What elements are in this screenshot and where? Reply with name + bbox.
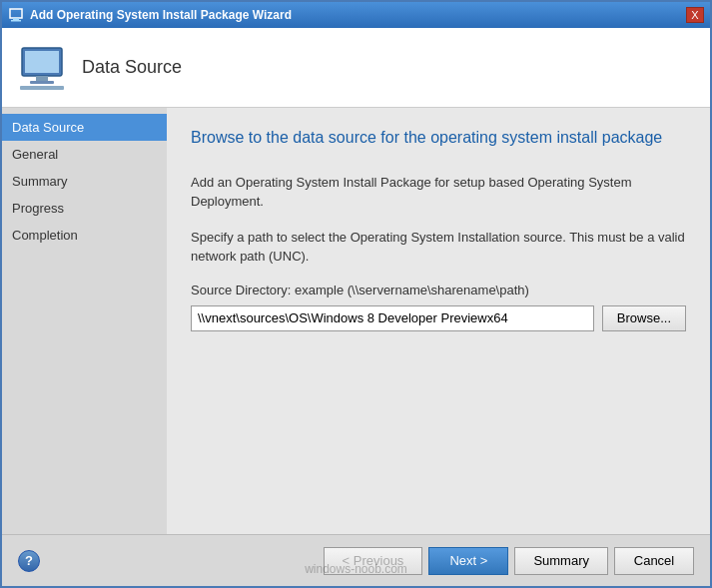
svg-rect-7 xyxy=(20,86,64,90)
sidebar: Data Source General Summary Progress Com… xyxy=(2,108,167,534)
browse-button[interactable]: Browse... xyxy=(602,305,686,331)
svg-rect-4 xyxy=(25,51,59,73)
cancel-button[interactable]: Cancel xyxy=(614,547,694,575)
sidebar-item-progress[interactable]: Progress xyxy=(2,195,167,222)
next-button[interactable]: Next > xyxy=(428,547,508,575)
sidebar-item-summary[interactable]: Summary xyxy=(2,168,167,195)
summary-button[interactable]: Summary xyxy=(514,547,608,575)
wizard-icon xyxy=(8,7,24,23)
footer-left: ? xyxy=(18,550,324,572)
previous-button[interactable]: < Previous xyxy=(324,547,423,575)
info-text-2: Specify a path to select the Operating S… xyxy=(191,228,686,267)
help-button[interactable]: ? xyxy=(18,550,40,572)
content-title: Browse to the data source for the operat… xyxy=(191,128,686,149)
content-inner: Browse to the data source for the operat… xyxy=(167,108,710,534)
sidebar-item-general[interactable]: General xyxy=(2,141,167,168)
footer-buttons: < Previous Next > Summary Cancel xyxy=(324,547,694,575)
wizard-window: Add Operating System Install Package Wiz… xyxy=(0,0,712,588)
source-directory-input[interactable] xyxy=(191,305,594,331)
svg-rect-1 xyxy=(13,18,19,20)
window-title: Add Operating System Install Package Wiz… xyxy=(30,8,292,22)
svg-rect-6 xyxy=(30,81,54,84)
info-text-1: Add an Operating System Install Package … xyxy=(191,173,686,212)
sidebar-item-completion[interactable]: Completion xyxy=(2,222,167,249)
title-bar: Add Operating System Install Package Wiz… xyxy=(2,2,710,28)
wizard-body: Data Source General Summary Progress Com… xyxy=(2,108,710,534)
header-computer-icon xyxy=(18,44,66,92)
svg-rect-5 xyxy=(36,76,48,81)
footer: ? < Previous Next > Summary Cancel xyxy=(2,534,710,586)
header-title: Data Source xyxy=(82,57,182,78)
content-area: Browse to the data source for the operat… xyxy=(167,108,710,534)
source-directory-label: Source Directory: example (\\servername\… xyxy=(191,283,686,297)
source-row: Browse... xyxy=(191,305,686,331)
wizard-header: Data Source xyxy=(2,28,710,108)
sidebar-item-datasource[interactable]: Data Source xyxy=(2,114,167,141)
title-bar-left: Add Operating System Install Package Wiz… xyxy=(8,7,292,23)
svg-rect-0 xyxy=(10,9,22,18)
svg-rect-2 xyxy=(11,20,21,22)
close-button[interactable]: X xyxy=(686,7,704,23)
